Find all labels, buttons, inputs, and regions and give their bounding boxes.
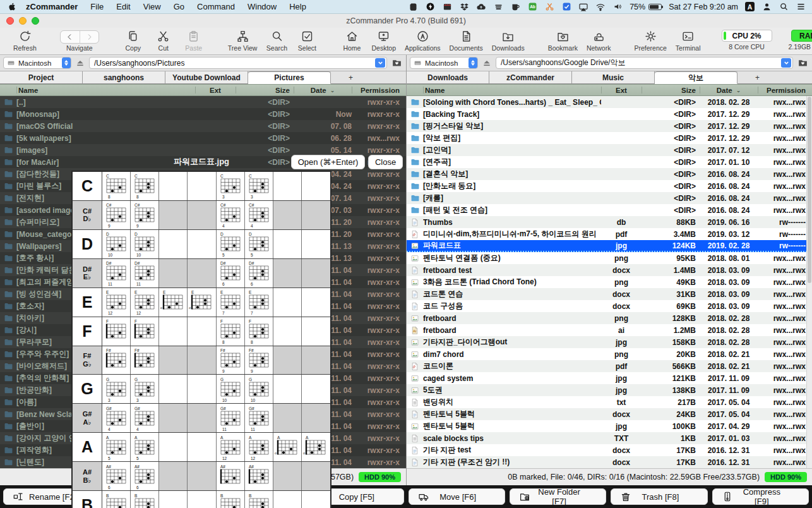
input-source-menu[interactable]: A bbox=[745, 2, 755, 11]
network-button[interactable]: Network bbox=[587, 28, 611, 52]
right-file-row[interactable]: Aifretboardai1.2MB2018. 02. 28rwx...rwx bbox=[407, 324, 812, 336]
right-file-row[interactable]: 코드톤 연습docx31KB2018. 03. 09rwx...rwx bbox=[407, 288, 812, 300]
cup-icon[interactable] bbox=[510, 2, 520, 12]
menu-item-go[interactable]: Go bbox=[167, 2, 191, 11]
right-file-row[interactable]: dim7 chordpng20KB2018. 02. 21rwx...rwx bbox=[407, 348, 812, 360]
bookmark-folder-button[interactable] bbox=[390, 57, 403, 68]
left-tab-4[interactable]: Pictures bbox=[248, 71, 331, 84]
right-drive-selector[interactable]: Macintosh bbox=[410, 57, 478, 69]
scissors-icon[interactable] bbox=[544, 2, 554, 12]
column-header-ext[interactable]: Ext bbox=[601, 85, 642, 95]
tree-view-button[interactable]: Tree View bbox=[228, 28, 258, 52]
volume-icon[interactable] bbox=[612, 2, 623, 12]
refresh-button[interactable]: Refresh bbox=[13, 28, 37, 52]
notification-center-icon[interactable] bbox=[796, 2, 806, 12]
right-file-row[interactable]: Thumbsdb88KB2019. 06. 16rw------- bbox=[407, 216, 812, 228]
right-file-row[interactable]: 펜타토닉 5블럭docx24KB2017. 05. 04rwx...rwx bbox=[407, 408, 812, 420]
right-file-row[interactable]: [핑거스타일 악보]<DIR>2017. 12. 29rwx...rwx bbox=[407, 120, 812, 132]
menu-item-app[interactable]: zCommander bbox=[20, 2, 84, 11]
left-new-tab-button[interactable]: + bbox=[331, 71, 406, 84]
left-file-row[interactable]: [macOS Official<DIR>07. 08rwxr-xr-x bbox=[0, 120, 406, 132]
ab-green-icon[interactable]: Ab bbox=[527, 2, 537, 12]
left-path-input[interactable]: /Users/sanghoons/Pictures bbox=[89, 57, 387, 69]
right-file-row[interactable]: 코드이론pdf566KB2018. 02. 21rwx...rwx bbox=[407, 360, 812, 372]
select-button[interactable]: Select bbox=[296, 28, 318, 52]
menu-item-command[interactable]: Command bbox=[191, 2, 241, 11]
scrollbar[interactable] bbox=[806, 96, 812, 468]
right-file-row[interactable]: 기타지판_다이어그램outjpg158KB2018. 02. 28rwx...r… bbox=[407, 336, 812, 348]
tasks-blue-icon[interactable] bbox=[561, 2, 571, 12]
column-header-perm[interactable]: Permission bbox=[758, 85, 812, 95]
column-header-name[interactable]: Name bbox=[16, 85, 195, 95]
right-file-row[interactable]: [결혼식 악보]<DIR>2016. 08. 24rwx...rwx bbox=[407, 168, 812, 180]
move-fn-button[interactable]: Move [F6] bbox=[409, 488, 505, 505]
preview-close-button[interactable]: Close bbox=[368, 155, 403, 169]
left-drive-selector[interactable]: Macintosh bbox=[3, 57, 71, 69]
bookmark-button[interactable]: Bookmark bbox=[548, 28, 578, 52]
right-tab-4[interactable]: 악보 bbox=[655, 71, 737, 84]
right-file-row[interactable]: [고인덕]<DIR>2017. 07. 12rwx...rwx bbox=[407, 144, 812, 156]
left-tab-2[interactable]: sanghoons bbox=[83, 71, 165, 84]
right-tab-3[interactable]: Music bbox=[572, 71, 655, 84]
right-file-row[interactable]: [Backing Track]<DIR>2017. 12. 29rwx...rw… bbox=[407, 108, 812, 120]
menu-item-file[interactable]: File bbox=[84, 2, 110, 11]
menu-clock[interactable]: Sat 27 Feb 9:20 am bbox=[669, 3, 738, 11]
right-file-row[interactable]: [연주곡]<DIR>2017. 01. 10rwx...rwx bbox=[407, 156, 812, 168]
menu-item-window[interactable]: Window bbox=[241, 2, 283, 11]
airplay-icon[interactable] bbox=[578, 2, 588, 12]
right-file-row[interactable]: scale blocks tipsTXT1KB2017. 01. 03rwx..… bbox=[407, 432, 812, 444]
right-file-row[interactable]: 3화음 코드톤 (Triad Chord Tone)png49KB2018. 0… bbox=[407, 276, 812, 288]
column-header-date[interactable]: Date⌄ bbox=[700, 85, 758, 95]
paste-button[interactable]: Paste bbox=[183, 28, 205, 52]
right-file-row[interactable]: [패턴 및 전조 연습]<DIR>2016. 08. 24rwx...rwx bbox=[407, 204, 812, 216]
spotlight-search-icon[interactable] bbox=[779, 2, 789, 12]
right-file-row[interactable]: 펜타토닉 5블럭jpg100KB2017. 04. 29rwx...rwx bbox=[407, 420, 812, 432]
menu-item-view[interactable]: View bbox=[137, 2, 167, 11]
right-new-tab-button[interactable]: + bbox=[737, 71, 812, 84]
search-button[interactable]: Search bbox=[266, 28, 287, 52]
path-dropdown-button[interactable] bbox=[375, 58, 385, 68]
right-file-row[interactable]: caged systemjpg121KB2017. 11. 09rwx...rw… bbox=[407, 372, 812, 384]
stack-icon[interactable] bbox=[493, 2, 503, 12]
right-file-row[interactable]: 디미니쉬-dim,하프디미니쉬-m7-5, 하이코드의 원리pdf3.4MB20… bbox=[407, 228, 812, 240]
right-file-row[interactable]: 밴딩위치txt217B2017. 05. 04rwx...rwx bbox=[407, 396, 812, 408]
left-tab-3[interactable]: Youtube Download bbox=[165, 71, 248, 84]
right-file-row[interactable]: 기타 지판 testdocx17KB2016. 12. 31rwx...rwx bbox=[407, 444, 812, 456]
navigate-button[interactable]: Navigate bbox=[60, 28, 99, 52]
trash-fn-button[interactable]: Trash [F8] bbox=[611, 488, 707, 505]
right-file-row[interactable]: [캐롤]<DIR>2016. 08. 24rwx...rwx bbox=[407, 192, 812, 204]
column-header-size[interactable]: Size bbox=[642, 85, 700, 95]
apple-menu-icon[interactable] bbox=[8, 2, 17, 11]
left-file-row[interactable]: [5k wallpapers]<DIR>06. 28rwx...rwx bbox=[0, 132, 406, 144]
documents-button[interactable]: Documents bbox=[450, 28, 483, 52]
drive-stepper[interactable] bbox=[62, 57, 71, 68]
column-header-perm[interactable]: Permission bbox=[352, 85, 406, 95]
right-file-row[interactable]: fretboardpng128KB2018. 02. 28rwx...rwx bbox=[407, 312, 812, 324]
right-file-row[interactable]: 기타 지판 (무조건 암기 !!)docx17KB2016. 12. 31rwx… bbox=[407, 456, 812, 468]
right-file-row[interactable]: 코드 구성음docx69KB2018. 03. 09rwx...rwx bbox=[407, 300, 812, 312]
battery-indicator[interactable]: 75% bbox=[630, 3, 662, 11]
terminal-button[interactable]: Terminal bbox=[676, 28, 701, 52]
preference-button[interactable]: Preference bbox=[634, 28, 666, 52]
desktop-button[interactable]: Desktop bbox=[371, 28, 396, 52]
right-file-row[interactable]: 5도권jpg138KB2017. 11. 09rwx...rwx bbox=[407, 384, 812, 396]
left-file-row[interactable]: [Monosnap]<DIR>Nowrwxr-xr-x bbox=[0, 108, 406, 120]
right-file-row[interactable]: fretboard testdocx1.4MB2018. 03. 09rwx..… bbox=[407, 264, 812, 276]
path-dropdown-button[interactable] bbox=[781, 58, 791, 68]
eject-button[interactable] bbox=[75, 59, 86, 68]
drive-stepper[interactable] bbox=[469, 57, 477, 68]
bookmark-folder-button[interactable] bbox=[796, 57, 809, 68]
dropbox-icon[interactable] bbox=[459, 2, 469, 12]
downloads-button[interactable]: Downloads bbox=[492, 28, 525, 52]
new-folder-fn-button[interactable]: New Folder [F7] bbox=[510, 488, 606, 505]
right-file-row[interactable]: [악보 편집]<DIR>2017. 12. 29rwx...rwx bbox=[407, 132, 812, 144]
column-header-date[interactable]: Date⌄ bbox=[294, 85, 352, 95]
user-icon[interactable] bbox=[761, 2, 772, 12]
left-file-row[interactable]: [..]<DIR>rwxr-xr-x bbox=[0, 96, 406, 108]
copy-button[interactable]: Copy bbox=[122, 28, 144, 52]
right-file-row[interactable]: [Soloing with Chord Tones...harts) _ Eat… bbox=[407, 96, 812, 108]
cloud-upload-icon[interactable] bbox=[476, 2, 486, 12]
right-file-row[interactable]: 펜타토닉 연결폼 (중요)png95KB2018. 08. 01rwx...rw… bbox=[407, 252, 812, 264]
column-header-name[interactable]: Name bbox=[423, 85, 601, 95]
cut-button[interactable]: Cut bbox=[153, 28, 174, 52]
